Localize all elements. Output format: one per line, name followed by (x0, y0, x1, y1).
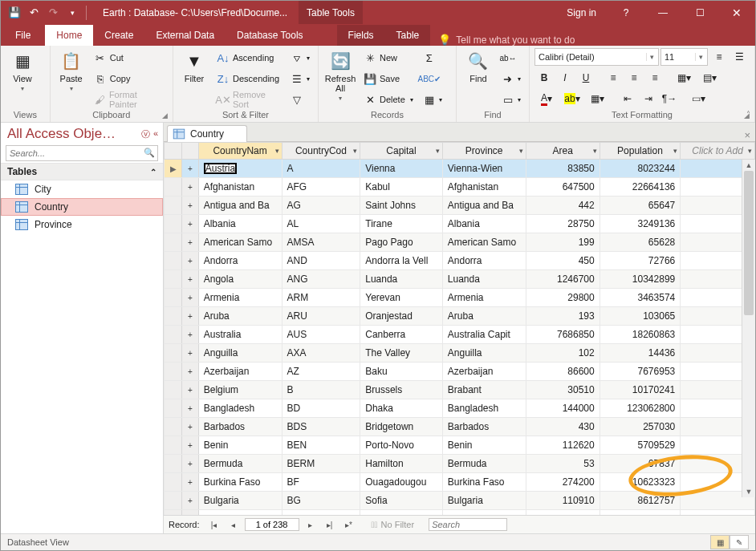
table-row[interactable]: +BulgariaBGSofiaBulgaria1109108612757 (165, 492, 755, 510)
row-selector[interactable] (165, 510, 182, 516)
datasheet-view-btn[interactable]: ▦ (710, 535, 730, 549)
dialog-launcher-icon[interactable]: ◢ (162, 111, 168, 120)
row-selector[interactable] (165, 418, 182, 436)
column-header[interactable]: Area▾ (526, 143, 600, 160)
record-position-input[interactable] (245, 518, 299, 531)
column-header[interactable]: CountryCod▾ (282, 143, 360, 160)
goto-button[interactable]: ➜▾ (498, 69, 524, 88)
datasheet-search-input[interactable] (429, 518, 507, 531)
ltr-button[interactable]: ¶→ (660, 90, 679, 107)
table-row[interactable]: +BermudaBERMHamiltonBermuda5367837 (165, 455, 755, 473)
tab-database-tools[interactable]: Database Tools (226, 25, 315, 46)
highlight-button[interactable]: ab▾ (560, 90, 584, 107)
column-header[interactable]: Click to Add▾ (681, 143, 755, 160)
expand-icon[interactable]: + (182, 178, 199, 196)
row-selector[interactable] (165, 455, 182, 473)
expand-icon[interactable]: + (182, 160, 199, 178)
table-row[interactable]: +Antigua and BaAGSaint JohnsAntigua and … (165, 196, 755, 215)
expand-icon[interactable]: + (182, 492, 199, 510)
more-records-button[interactable]: ▦▾ (420, 90, 445, 109)
scroll-down-icon[interactable]: ▼ (742, 486, 755, 497)
table-row[interactable]: +AzerbaijanAZBakuAzerbaijan866007676953 (165, 363, 755, 381)
expand-icon[interactable]: + (182, 196, 199, 215)
row-selector[interactable] (165, 270, 182, 289)
prev-record-button[interactable]: ◂ (226, 517, 242, 533)
remove-sort-button[interactable]: A✕Remove Sort (213, 90, 284, 109)
column-header[interactable]: Capital▾ (360, 143, 443, 160)
expand-icon[interactable]: + (182, 473, 199, 492)
bullets-button[interactable]: ≡ (709, 48, 729, 66)
expand-icon[interactable]: + (182, 510, 199, 516)
expand-icon[interactable]: + (182, 270, 199, 289)
row-selector[interactable] (165, 215, 182, 233)
expand-icon[interactable]: + (182, 307, 199, 326)
cut-button[interactable]: ✂Cut (91, 48, 168, 67)
expand-icon[interactable]: + (182, 381, 199, 399)
expand-icon[interactable]: + (182, 252, 199, 270)
scroll-up-icon[interactable]: ▲ (742, 160, 755, 171)
expand-icon[interactable]: + (182, 455, 199, 473)
expand-icon[interactable]: + (182, 344, 199, 363)
row-selector[interactable] (165, 492, 182, 510)
table-row[interactable]: +ArubaARUOranjestadAruba193103065 (165, 307, 755, 326)
align-center-button[interactable]: ≡ (624, 69, 644, 87)
expand-icon[interactable]: + (182, 399, 199, 418)
totals-button[interactable]: Σ (420, 48, 445, 67)
table-row[interactable]: +Burkina FasoBFOuagadougouBurkina Faso27… (165, 473, 755, 492)
first-record-button[interactable]: |◂ (206, 517, 222, 533)
select-button[interactable]: ▭▾ (498, 90, 524, 109)
cell-effect-button[interactable]: ▭▾ (687, 90, 711, 107)
table-row[interactable]: +AlbaniaALTiraneAlbania287503249136 (165, 215, 755, 233)
minimize-button[interactable]: — (644, 1, 681, 24)
tab-create[interactable]: Create (93, 25, 144, 46)
table-row[interactable]: +BeninBENPorto-NovoBenin1126205709529 (165, 436, 755, 455)
copy-button[interactable]: ⎘Copy (91, 69, 168, 88)
bold-button[interactable]: B (534, 69, 554, 87)
nav-pane-title[interactable]: All Access Obje… (7, 126, 141, 142)
search-icon[interactable]: 🔍 (144, 148, 155, 158)
last-record-button[interactable]: ▸| (322, 517, 338, 533)
save-record-button[interactable]: 💾Save (360, 69, 417, 88)
help-button[interactable]: ? (608, 1, 644, 24)
tab-home[interactable]: Home (45, 25, 93, 46)
nav-item-province[interactable]: Province (1, 216, 163, 233)
fill-color-button[interactable]: ▦▾ (673, 69, 697, 87)
table-row[interactable]: +AfghanistanAFGKabulAfghanistan647500226… (165, 178, 755, 196)
object-tab-country[interactable]: Country (167, 125, 247, 142)
restore-button[interactable]: ☐ (681, 1, 718, 24)
row-selector[interactable] (165, 307, 182, 326)
nav-item-city[interactable]: City (1, 180, 163, 198)
expand-icon[interactable]: + (182, 363, 199, 381)
indent-dec-button[interactable]: ⇤ (618, 90, 637, 107)
nav-search-input[interactable] (6, 145, 158, 161)
table-row[interactable]: +AngolaANGLuandaLuanda124670010342899 (165, 270, 755, 289)
row-selector[interactable] (165, 473, 182, 492)
table-row[interactable]: +BangladeshBDDhakaBangladesh144000123062… (165, 399, 755, 418)
close-button[interactable]: ✕ (718, 1, 755, 24)
nav-group-tables[interactable]: Tables ⌃ (1, 163, 163, 180)
row-selector[interactable] (165, 233, 182, 252)
row-selector[interactable] (165, 252, 182, 270)
advanced-filter-button[interactable]: ☰▾ (287, 69, 313, 88)
scroll-thumb[interactable] (744, 171, 754, 315)
align-right-button[interactable]: ≡ (645, 69, 665, 87)
column-header[interactable]: Province▾ (442, 143, 526, 160)
format-painter-button[interactable]: 🖌Format Painter (91, 90, 168, 109)
datasheet-table[interactable]: CountryNam▾CountryCod▾Capital▾Province▾A… (164, 142, 755, 515)
spelling-button[interactable]: ABC✔ (420, 69, 445, 88)
sort-descending-button[interactable]: Z↓Descending (213, 69, 284, 88)
row-selector[interactable] (165, 381, 182, 399)
table-row[interactable]: +American SamoAMSAPago PagoAmerican Samo… (165, 233, 755, 252)
design-view-btn[interactable]: ✎ (730, 535, 749, 549)
view-button[interactable]: ▦ View ▾ (6, 48, 39, 92)
nav-dropdown-icon[interactable]: ⓥ (141, 128, 150, 140)
tab-file[interactable]: File (1, 25, 45, 46)
column-header[interactable]: CountryNam▾ (198, 143, 282, 160)
underline-button[interactable]: U (576, 69, 595, 87)
font-color-button[interactable]: A▾ (534, 90, 559, 107)
selection-filter-button[interactable]: 🜄▾ (287, 48, 313, 67)
replace-button[interactable]: ab↔ (498, 48, 524, 67)
no-filter-indicator[interactable]: ▽⃠No Filter (372, 520, 415, 529)
tab-table[interactable]: Table (385, 25, 431, 46)
expand-icon[interactable]: + (182, 215, 199, 233)
